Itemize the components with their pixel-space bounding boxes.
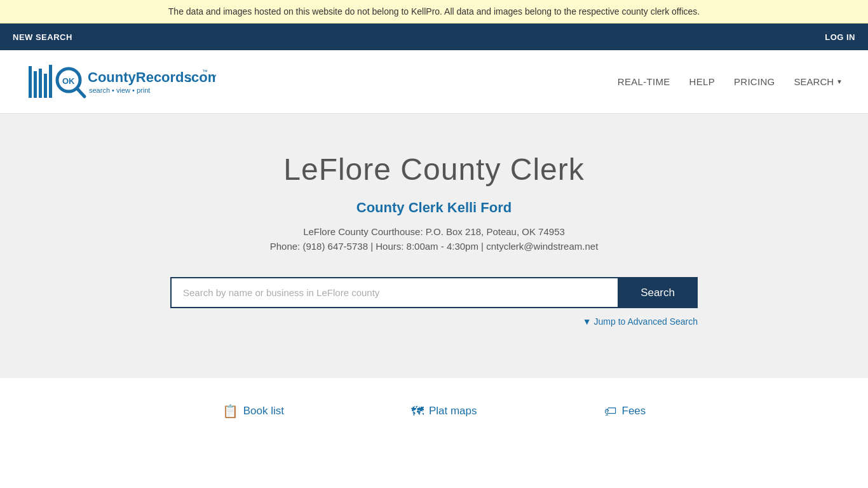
realtime-nav-link[interactable]: REAL-TIME (618, 76, 670, 87)
hero-section: LeFlore County Clerk County Clerk Kelli … (0, 114, 868, 378)
clerk-name: County Clerk Kelli Ford (13, 200, 855, 216)
help-nav-link[interactable]: HELP (689, 76, 715, 87)
svg-rect-3 (44, 74, 47, 98)
svg-rect-4 (49, 65, 52, 98)
log-in-link[interactable]: LOG IN (825, 32, 855, 42)
svg-line-6 (77, 88, 85, 97)
book-list-link[interactable]: 📋 Book list (222, 403, 284, 419)
search-bar: Search (170, 277, 698, 308)
plat-maps-icon: 🗺 (411, 404, 424, 419)
svg-text:OK: OK (62, 76, 75, 86)
search-nav-dropdown[interactable]: SEARCH ▼ (794, 76, 843, 87)
book-list-icon: 📋 (222, 403, 238, 419)
logo-area[interactable]: OK CountyRecords .com search • view • pr… (25, 60, 216, 104)
banner-text: The data and images hosted on this websi… (168, 6, 700, 17)
svg-rect-2 (39, 69, 42, 98)
footer-links-section: 📋 Book list 🗺 Plat maps 🏷 Fees (0, 378, 868, 444)
svg-text:search • view • print: search • view • print (89, 86, 150, 94)
clerk-contact: Phone: (918) 647-5738 | Hours: 8:00am - … (13, 241, 855, 252)
fees-link[interactable]: 🏷 Fees (604, 403, 646, 419)
fees-icon: 🏷 (604, 404, 617, 419)
new-search-link[interactable]: NEW SEARCH (13, 32, 72, 42)
county-title: LeFlore County Clerk (13, 152, 855, 187)
svg-text:CountyRecords: CountyRecords (88, 69, 192, 85)
search-nav-label: SEARCH (794, 76, 834, 87)
site-logo: OK CountyRecords .com search • view • pr… (25, 60, 216, 104)
site-header: OK CountyRecords .com search • view • pr… (0, 50, 868, 114)
book-list-label: Book list (243, 405, 284, 417)
pricing-nav-link[interactable]: PRICING (734, 76, 775, 87)
notice-banner: The data and images hosted on this websi… (0, 0, 868, 24)
fees-label: Fees (622, 405, 646, 417)
chevron-down-icon: ▼ (836, 78, 843, 85)
advanced-search-link[interactable]: ▼ Jump to Advanced Search (583, 316, 698, 327)
search-button[interactable]: Search (618, 277, 698, 308)
main-nav: REAL-TIME HELP PRICING SEARCH ▼ (618, 76, 843, 87)
svg-text:™: ™ (202, 69, 208, 75)
search-input[interactable] (170, 277, 618, 308)
svg-rect-1 (34, 71, 37, 98)
plat-maps-link[interactable]: 🗺 Plat maps (411, 403, 477, 419)
clerk-address: LeFlore County Courthouse: P.O. Box 218,… (13, 226, 855, 237)
top-nav: NEW SEARCH LOG IN (0, 24, 868, 50)
svg-rect-0 (29, 66, 32, 98)
advanced-search-link-container: ▼ Jump to Advanced Search (170, 316, 698, 327)
plat-maps-label: Plat maps (429, 405, 477, 417)
